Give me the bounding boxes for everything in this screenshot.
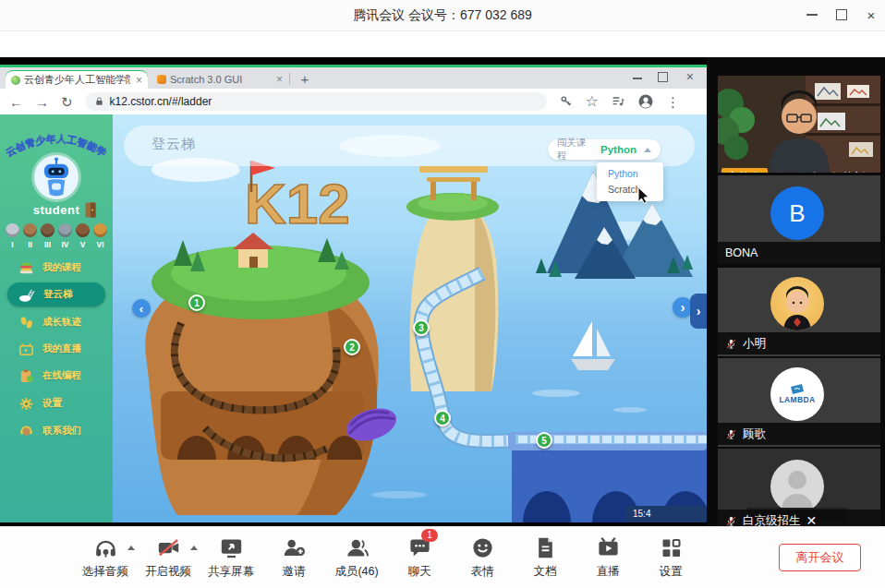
camera-off-icon — [156, 535, 181, 560]
mic-muted-icon — [725, 515, 737, 527]
course-select[interactable]: 闯关课程 Python — [548, 139, 661, 160]
browser-minimize-button[interactable] — [633, 70, 642, 79]
browser-urlbar: ← → ↻ k12.cstor.cn/#/ladder ☆ — [0, 89, 707, 114]
tab-close-icon[interactable]: × — [276, 74, 283, 85]
tencent-meeting-window: 腾讯会议 会议号：677 032 689 × 24:52 云创青少年 — [0, 0, 885, 588]
close-button[interactable]: × — [857, 0, 885, 30]
host-badge: 主持人 — [721, 168, 768, 174]
new-tab-button[interactable]: + — [296, 70, 314, 89]
tab-favicon — [11, 76, 20, 85]
audio-options-caret[interactable] — [127, 546, 135, 550]
toolbar-settings-button[interactable]: 设置 — [639, 533, 702, 580]
forward-icon[interactable]: → — [35, 95, 49, 109]
share-screen-icon — [219, 535, 244, 560]
maximize-button[interactable] — [828, 0, 855, 30]
toolbar-share-screen-button[interactable]: 共享屏幕 — [200, 533, 262, 580]
sidebar-item-cloud-ladder[interactable]: 登云梯 — [7, 282, 105, 306]
toolbar-docs-button[interactable]: 文档 — [514, 533, 576, 580]
student-avatar — [34, 155, 79, 199]
tab-kid-academy[interactable]: 云创青少年人工智能学院 × — [6, 70, 148, 89]
checkpoint-3[interactable]: 3 — [413, 319, 430, 336]
sidebar-item-growth-track[interactable]: 成长轨迹 — [7, 310, 105, 334]
prev-arrow-button[interactable]: ‹ — [132, 299, 151, 318]
sharing-indicator-icon — [772, 171, 788, 173]
reload-icon[interactable]: ↻ — [61, 95, 73, 109]
medal-icon — [41, 223, 55, 237]
checkpoint-1[interactable]: 1 — [188, 294, 205, 311]
checkpoint-2[interactable]: 2 — [344, 339, 360, 355]
minimize-icon — [806, 14, 818, 16]
minimize-icon — [633, 78, 642, 79]
person-silhouette-icon — [770, 460, 824, 513]
participant-avatar-cartoon-boy — [770, 277, 824, 330]
toolbar-video-button[interactable]: 开启视频 — [137, 533, 200, 580]
participant-avatar-silhouette — [770, 460, 824, 513]
participants-panel: 主持人 人工智能刘... B BONA — [707, 57, 885, 526]
sidebar-item-online-coding[interactable]: 在线编程 — [7, 364, 105, 388]
sidebar-item-my-courses[interactable]: 我的课程 — [7, 256, 105, 280]
tab-scratch-gui[interactable]: Scratch 3.0 GUI × — [152, 70, 288, 89]
chat-unread-badge: 1 — [421, 529, 438, 542]
browser-restore-button[interactable] — [658, 72, 668, 82]
checkpoint-5[interactable]: 5 — [536, 432, 552, 449]
logout-door-icon[interactable] — [85, 202, 97, 218]
tab-separator — [289, 72, 290, 85]
toolbar-live-button[interactable]: 直播 — [576, 533, 639, 580]
sidebar-item-settings[interactable]: 设置 — [7, 391, 105, 415]
gear-icon — [18, 396, 34, 412]
site-sidebar: 云创青少年人工智能学院 student — [0, 114, 113, 522]
profile-avatar-icon[interactable] — [637, 93, 654, 110]
host-name: 人工智能刘... — [809, 170, 874, 174]
participant-namebar: 小明 — [718, 332, 880, 354]
mic-muted-icon — [725, 428, 737, 440]
option-scratch[interactable]: Scratch — [597, 182, 663, 198]
webpage: 云创青少年人工智能学院 student — [0, 114, 707, 522]
svg-text:K12: K12 — [245, 172, 350, 235]
option-python[interactable]: Python — [597, 166, 663, 182]
back-icon[interactable]: ← — [9, 95, 23, 109]
sidebar-item-contact-us[interactable]: 联系我们 — [7, 419, 105, 443]
password-key-icon[interactable] — [559, 94, 574, 109]
video-timestamp: 15:4 — [626, 506, 707, 522]
mic-muted-icon — [725, 338, 737, 350]
toolbar-invite-button[interactable]: 邀请 — [262, 533, 325, 580]
leave-meeting-button[interactable]: 离开会议 — [779, 544, 861, 571]
toolbar-chat-button[interactable]: 聊天 1 — [388, 533, 451, 580]
address-box[interactable]: k12.cstor.cn/#/ladder — [85, 92, 547, 111]
emoji-smiley-icon — [470, 535, 495, 560]
url-text: k12.cstor.cn/#/ladder — [110, 95, 212, 108]
checkpoint-4[interactable]: 4 — [434, 410, 451, 426]
close-icon[interactable]: ✕ — [806, 513, 818, 526]
toolbar-emoji-button[interactable]: 表情 — [451, 533, 514, 580]
host-video-tile[interactable]: 主持人 人工智能刘... — [718, 76, 880, 173]
ladder-map-content: K12 — [113, 114, 707, 522]
browser-tabstrip: 云创青少年人工智能学院 × Scratch 3.0 GUI × + × — [0, 67, 707, 89]
meeting-title: 腾讯会议 会议号：677 032 689 — [0, 0, 885, 30]
books-icon — [18, 260, 34, 276]
headset-mic-icon — [93, 535, 118, 560]
cursor-pointer — [637, 186, 650, 204]
toolbar-audio-button[interactable]: 选择音频 — [74, 533, 137, 580]
medal-icon — [58, 223, 72, 237]
browser-close-button[interactable]: × — [686, 69, 694, 84]
toolbar-members-button[interactable]: 成员(46) — [325, 533, 388, 580]
lambda-flag-icon — [790, 384, 805, 395]
padlock-icon — [94, 96, 104, 107]
tab-close-icon[interactable]: × — [136, 75, 142, 86]
bookmark-star-icon[interactable]: ☆ — [586, 94, 599, 109]
video-options-caret[interactable] — [190, 546, 198, 550]
sidebar-item-my-live[interactable]: 我的直播 — [7, 337, 105, 361]
browser-menu-icon[interactable]: ⋮ — [666, 95, 680, 109]
tv-icon — [18, 342, 34, 357]
participant-namebar: 顾歌 — [718, 423, 880, 445]
meeting-statusbar: 24:52 — [0, 31, 885, 57]
minimize-button[interactable] — [798, 0, 826, 30]
reading-list-icon[interactable] — [611, 94, 625, 109]
participant-namebar: BONA — [718, 242, 880, 264]
shared-screen: 云创青少年人工智能学院 × Scratch 3.0 GUI × + × ← → … — [0, 57, 707, 526]
settings-squares-icon — [659, 535, 684, 560]
cartoon-boy-icon — [770, 277, 824, 330]
meeting-titlebar: 腾讯会议 会议号：677 032 689 × — [0, 0, 885, 31]
panel-collapse-handle[interactable]: › — [690, 294, 707, 329]
restore-icon — [658, 72, 668, 82]
